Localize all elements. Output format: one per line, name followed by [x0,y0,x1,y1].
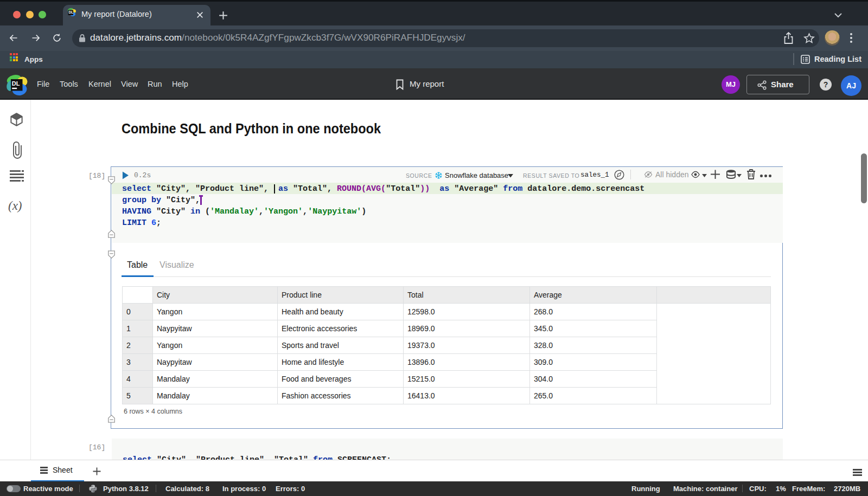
svg-text:DL: DL [69,10,74,14]
svg-text:DL: DL [12,80,20,87]
